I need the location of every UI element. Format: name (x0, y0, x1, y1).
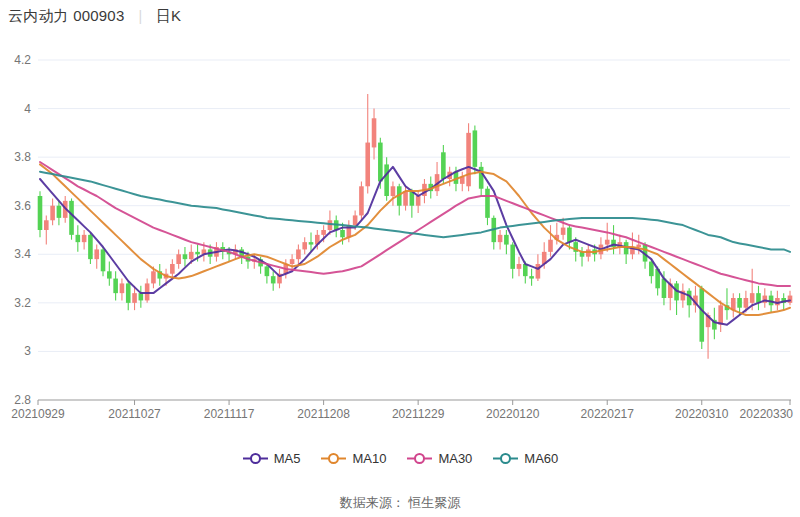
candle-down[interactable] (265, 266, 270, 276)
candle-down[interactable] (69, 201, 74, 235)
candle-down[interactable] (737, 298, 742, 308)
candle-down[interactable] (113, 279, 118, 294)
candle-down[interactable] (441, 152, 446, 179)
legend: MA5MA10MA30MA60 (0, 451, 800, 466)
candle-up[interactable] (296, 249, 301, 259)
candle-up[interactable] (365, 143, 370, 187)
y-axis-tick-label: 4.2 (14, 53, 31, 67)
x-axis-tick-label: 20220217 (581, 407, 635, 421)
candle-up[interactable] (151, 271, 156, 283)
candle-down[interactable] (88, 235, 93, 259)
data-source-label: 数据来源： 恒生聚源 (0, 494, 800, 512)
ma60-legend-icon (492, 452, 519, 465)
candle-down[interactable] (510, 245, 515, 269)
candle-up[interactable] (498, 235, 503, 242)
x-axis-tick-label: 20220310 (675, 407, 729, 421)
candle-down[interactable] (699, 288, 704, 341)
candle-up[interactable] (744, 298, 749, 308)
candle-up[interactable] (82, 235, 87, 242)
candle-up[interactable] (548, 240, 553, 252)
candle-up[interactable] (132, 293, 137, 303)
candle-down[interactable] (38, 196, 43, 230)
candle-up[interactable] (302, 242, 307, 249)
candlestick-chart[interactable]: 4.243.83.63.43.232.820210929202110272021… (0, 0, 800, 446)
candle-up[interactable] (718, 305, 723, 324)
legend-item-ma5[interactable]: MA5 (242, 451, 301, 466)
legend-item-ma30[interactable]: MA30 (406, 451, 472, 466)
candle-up[interactable] (189, 252, 194, 259)
ma10-legend-icon (320, 452, 347, 465)
candle-up[interactable] (359, 186, 364, 215)
x-axis-tick-label: 20211229 (392, 407, 445, 421)
candle-down[interactable] (107, 271, 112, 278)
candle-down[interactable] (139, 293, 144, 300)
candle-down[interactable] (473, 130, 478, 166)
candle-up[interactable] (605, 240, 610, 245)
candle-down[interactable] (271, 276, 276, 283)
candle-down[interactable] (378, 143, 383, 182)
candle-up[interactable] (517, 264, 522, 269)
candle-up[interactable] (586, 249, 591, 256)
ma60-line[interactable] (40, 172, 790, 252)
candle-down[interactable] (183, 254, 188, 259)
candle-down[interactable] (384, 164, 389, 196)
candle-up[interactable] (94, 249, 99, 259)
y-axis-tick-label: 3.6 (14, 199, 31, 213)
candle-up[interactable] (44, 220, 49, 230)
x-axis-tick-label: 20211117 (204, 407, 255, 421)
candle-up[interactable] (170, 264, 175, 274)
candle-down[interactable] (57, 206, 62, 218)
x-axis-tick-label: 20211027 (108, 407, 161, 421)
y-axis-tick-label: 3 (24, 344, 31, 358)
candle-down[interactable] (567, 228, 572, 243)
candle-down[interactable] (195, 252, 200, 254)
candle-up[interactable] (372, 118, 377, 147)
y-axis-tick-label: 4 (24, 102, 31, 116)
candle-up[interactable] (328, 220, 333, 230)
legend-item-ma10[interactable]: MA10 (320, 451, 386, 466)
candle-down[interactable] (485, 189, 490, 218)
candle-down[interactable] (529, 276, 534, 278)
candle-up[interactable] (120, 283, 125, 293)
candle-down[interactable] (101, 249, 106, 271)
legend-label: MA5 (274, 451, 301, 466)
candle-down[interactable] (309, 242, 314, 244)
candle-up[interactable] (416, 196, 421, 206)
ma5-legend-icon (242, 452, 269, 465)
candle-up[interactable] (145, 283, 150, 300)
candle-up[interactable] (536, 264, 541, 279)
x-axis-tick-label: 20210929 (11, 407, 65, 421)
y-axis-tick-label: 3.8 (14, 150, 31, 164)
ma30-legend-icon (406, 452, 433, 465)
candle-up[interactable] (466, 133, 471, 186)
legend-label: MA60 (524, 451, 558, 466)
y-axis-tick-label: 3.4 (14, 247, 31, 261)
candle-up[interactable] (353, 215, 358, 225)
candle-down[interactable] (523, 264, 528, 276)
x-axis-tick-label: 20220120 (486, 407, 540, 421)
legend-item-ma60[interactable]: MA60 (492, 451, 558, 466)
candle-up[interactable] (788, 296, 793, 303)
candle-down[interactable] (126, 283, 131, 302)
candle-down[interactable] (340, 230, 345, 237)
legend-label: MA10 (352, 451, 386, 466)
candle-up[interactable] (750, 293, 755, 303)
x-axis-tick-label: 20211208 (297, 407, 350, 421)
candle-down[interactable] (76, 235, 81, 242)
candle-up[interactable] (321, 230, 326, 235)
candle-down[interactable] (649, 262, 654, 277)
candle-down[interactable] (504, 235, 509, 245)
legend-label: MA30 (438, 451, 472, 466)
stock-chart-page: { "header": { "stock_name": "云内动力", "sto… (0, 0, 800, 517)
candle-up[interactable] (176, 254, 181, 264)
candle-up[interactable] (50, 206, 55, 221)
candle-up[interactable] (290, 259, 295, 264)
candle-up[interactable] (561, 228, 566, 235)
y-axis-tick-label: 3.2 (14, 296, 31, 310)
x-axis-tick-label: 20220330 (740, 407, 794, 421)
y-axis-tick-label: 2.8 (14, 393, 31, 407)
candle-up[interactable] (636, 245, 641, 247)
candle-up[interactable] (391, 186, 396, 196)
candle-up[interactable] (403, 191, 408, 206)
